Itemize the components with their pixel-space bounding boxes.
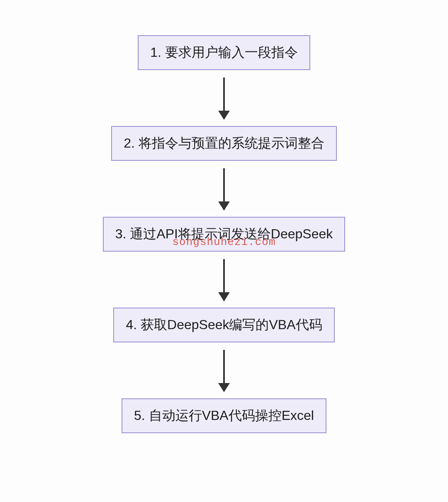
flow-step-label: 2. 将指令与预置的系统提示词整合	[124, 136, 324, 150]
flow-step-3: 3. 通过API将提示词发送给DeepSeek	[103, 217, 346, 252]
flow-step-2: 2. 将指令与预置的系统提示词整合	[111, 126, 337, 161]
arrow-down-icon	[223, 168, 225, 210]
arrow-down-icon	[223, 259, 225, 301]
flow-step-label: 5. 自动运行VBA代码操控Excel	[134, 408, 314, 423]
flow-step-5: 5. 自动运行VBA代码操控Excel	[122, 398, 326, 433]
arrow-1-2	[223, 70, 225, 126]
arrow-down-icon	[223, 78, 225, 119]
flow-step-label: 3. 通过API将提示词发送给DeepSeek	[115, 226, 333, 241]
arrow-4-5	[223, 342, 225, 398]
arrow-2-3	[223, 161, 225, 217]
flow-step-4: 4. 获取DeepSeek编写的VBA代码	[113, 308, 334, 342]
arrow-3-4	[223, 252, 225, 308]
flow-step-label: 4. 获取DeepSeek编写的VBA代码	[126, 317, 322, 332]
arrow-down-icon	[223, 350, 225, 391]
flow-step-label: 1. 要求用户输入一段指令	[150, 45, 298, 60]
flow-step-1: 1. 要求用户输入一段指令	[138, 35, 310, 70]
